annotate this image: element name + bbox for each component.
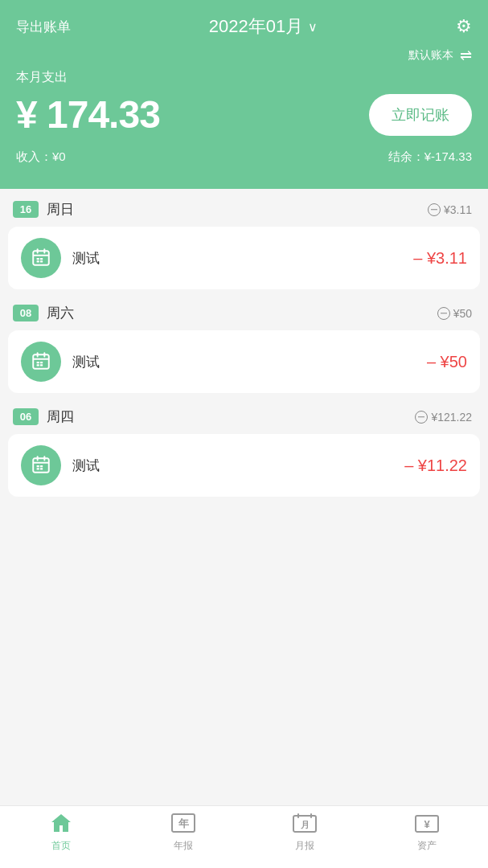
transaction-item[interactable]: 测试 – ¥50: [8, 330, 480, 393]
nav-label-assets: 资产: [417, 839, 437, 853]
transaction-name: 测试: [72, 353, 100, 371]
balance-text: 结余：¥-174.33: [388, 149, 472, 165]
day-section-06: 06 周四 ¥121.22: [0, 396, 488, 497]
total-amount: ¥ 174.33: [16, 92, 160, 137]
category-icon: [21, 238, 61, 278]
transaction-amount: – ¥50: [427, 353, 467, 371]
day-header-06: 06 周四 ¥121.22: [0, 396, 488, 434]
income-balance-row: 收入：¥0 结余：¥-174.33: [16, 149, 472, 165]
svg-rect-12: [37, 362, 39, 363]
day-badge-08: 08: [13, 305, 39, 321]
svg-rect-23: [40, 468, 43, 469]
minus-circle-icon: [428, 203, 441, 216]
expense-label: 本月支出: [16, 69, 472, 86]
transaction-left: 测试: [21, 445, 100, 485]
minus-circle-icon: [437, 307, 450, 320]
date-selector[interactable]: 2022年01月 ∨: [209, 14, 318, 39]
svg-rect-22: [37, 468, 39, 469]
year-report-icon: 年: [170, 813, 196, 837]
chevron-down-icon: ∨: [308, 19, 318, 35]
transaction-name: 测试: [72, 249, 100, 268]
calendar-icon: [31, 248, 51, 268]
day-header-left: 16 周日: [13, 200, 74, 219]
amount-row: ¥ 174.33 立即记账: [16, 92, 472, 137]
day-total-amount-16: ¥3.11: [444, 203, 472, 216]
day-total-amount-06: ¥121.22: [431, 411, 472, 424]
transaction-amount: – ¥11.22: [404, 457, 467, 475]
svg-rect-7: [40, 260, 43, 262]
record-button[interactable]: 立即记账: [369, 94, 472, 136]
day-header-left: 06 周四: [13, 407, 74, 426]
home-icon: [50, 813, 72, 837]
transfer-icon: ⇌: [460, 47, 472, 64]
current-date: 2022年01月: [209, 14, 303, 39]
minus-circle-icon: [415, 411, 428, 424]
category-icon: [21, 445, 61, 485]
svg-rect-6: [37, 260, 39, 262]
nav-item-month[interactable]: 月 月报: [244, 813, 367, 853]
account-label: 默认账本: [408, 48, 453, 63]
day-total-06: ¥121.22: [415, 411, 472, 424]
day-name-16: 周日: [47, 200, 74, 219]
day-header-16: 16 周日 ¥3.11: [0, 189, 488, 227]
calendar-icon: [31, 351, 51, 372]
day-header-08: 08 周六 ¥50: [0, 293, 488, 330]
bottom-navigation: 首页 年 年报 月 月报 ¥ 资产: [0, 805, 488, 868]
transaction-list: 16 周日 ¥3.11: [0, 189, 488, 564]
nav-label-home: 首页: [51, 839, 71, 853]
export-button[interactable]: 导出账单: [16, 18, 71, 36]
nav-label-month: 月报: [295, 839, 314, 853]
day-total-amount-08: ¥50: [453, 307, 472, 320]
calendar-icon: [31, 455, 51, 476]
day-header-left: 08 周六: [13, 304, 74, 322]
nav-item-assets[interactable]: ¥ 资产: [366, 813, 488, 853]
svg-rect-20: [37, 465, 39, 467]
svg-rect-21: [40, 465, 43, 467]
day-section-08: 08 周六 ¥50: [0, 293, 488, 393]
svg-rect-14: [37, 364, 39, 366]
transaction-amount: – ¥3.11: [413, 249, 467, 268]
transaction-left: 测试: [21, 238, 100, 278]
svg-text:月: 月: [301, 820, 310, 829]
app-header: 导出账单 2022年01月 ∨ ⚙: [0, 0, 488, 39]
day-total-08: ¥50: [437, 307, 472, 320]
transaction-item[interactable]: 测试 – ¥11.22: [8, 434, 480, 497]
svg-rect-13: [40, 362, 43, 363]
nav-item-home[interactable]: 首页: [0, 813, 122, 853]
assets-icon: ¥: [414, 813, 440, 837]
nav-item-year[interactable]: 年 年报: [122, 813, 244, 853]
day-name-06: 周四: [47, 407, 74, 426]
nav-label-year: 年报: [174, 839, 193, 853]
account-selector[interactable]: 默认账本 ⇌: [16, 47, 472, 64]
income-text: 收入：¥0: [16, 149, 66, 165]
summary-card: 默认账本 ⇌ 本月支出 ¥ 174.33 立即记账 收入：¥0 结余：¥-174…: [0, 39, 488, 189]
day-total-16: ¥3.11: [428, 203, 472, 216]
day-section-16: 16 周日 ¥3.11: [0, 189, 488, 289]
svg-text:年: 年: [177, 817, 189, 829]
svg-rect-4: [37, 258, 39, 260]
transaction-name: 测试: [72, 457, 100, 475]
month-report-icon: 月: [292, 813, 318, 837]
svg-rect-5: [40, 258, 43, 260]
svg-rect-15: [40, 364, 43, 366]
day-badge-06: 06: [13, 408, 39, 425]
svg-text:¥: ¥: [424, 818, 431, 830]
settings-icon[interactable]: ⚙: [456, 16, 472, 37]
day-badge-16: 16: [13, 201, 39, 218]
transaction-left: 测试: [21, 342, 100, 382]
category-icon: [21, 342, 61, 382]
transaction-item[interactable]: 测试 – ¥3.11: [8, 227, 480, 289]
day-name-08: 周六: [47, 304, 74, 322]
